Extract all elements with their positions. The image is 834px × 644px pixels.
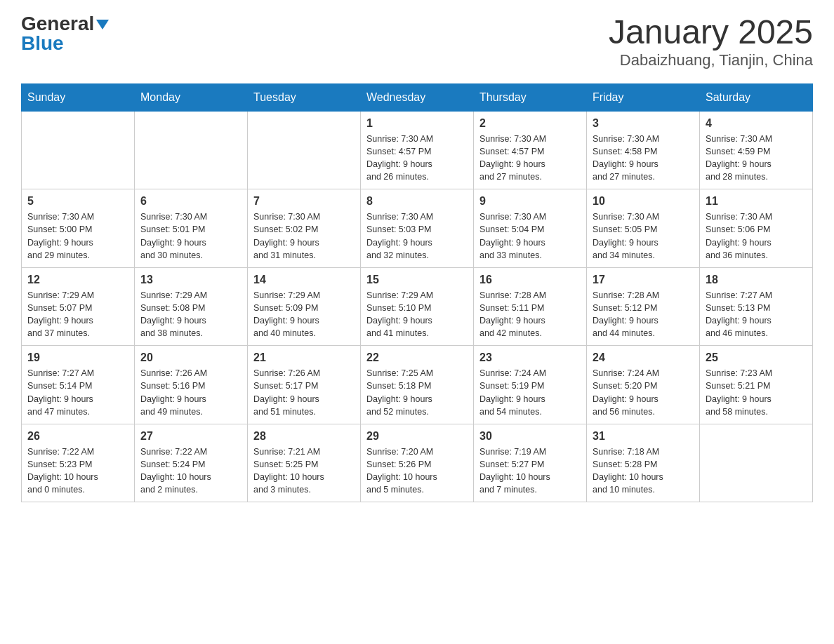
calendar-cell: 28Sunrise: 7:21 AMSunset: 5:25 PMDayligh…	[248, 424, 361, 502]
calendar-cell: 26Sunrise: 7:22 AMSunset: 5:23 PMDayligh…	[22, 424, 135, 502]
calendar-week-row: 1Sunrise: 7:30 AMSunset: 4:57 PMDaylight…	[22, 111, 813, 189]
day-number: 22	[366, 351, 468, 364]
page-subtitle: Dabaizhuang, Tianjin, China	[609, 51, 813, 69]
day-number: 30	[479, 430, 581, 443]
calendar-cell: 4Sunrise: 7:30 AMSunset: 4:59 PMDaylight…	[700, 111, 813, 189]
day-info: Sunrise: 7:26 AMSunset: 5:16 PMDaylight:…	[140, 367, 241, 418]
calendar-cell: 5Sunrise: 7:30 AMSunset: 5:00 PMDaylight…	[22, 189, 135, 268]
page-header: General Blue January 2025 Dabaizhuang, T…	[21, 14, 813, 69]
calendar-cell: 19Sunrise: 7:27 AMSunset: 5:14 PMDayligh…	[22, 346, 135, 424]
calendar-day-header: Monday	[135, 83, 248, 111]
day-info: Sunrise: 7:22 AMSunset: 5:24 PMDaylight:…	[140, 445, 241, 497]
day-info: Sunrise: 7:27 AMSunset: 5:14 PMDaylight:…	[27, 367, 128, 418]
calendar-day-header: Tuesday	[248, 83, 361, 111]
calendar-cell: 7Sunrise: 7:30 AMSunset: 5:02 PMDaylight…	[248, 189, 361, 268]
day-info: Sunrise: 7:24 AMSunset: 5:19 PMDaylight:…	[479, 367, 581, 418]
calendar-cell: 13Sunrise: 7:29 AMSunset: 5:08 PMDayligh…	[135, 267, 248, 346]
day-info: Sunrise: 7:30 AMSunset: 4:57 PMDaylight:…	[479, 133, 581, 184]
calendar-cell: 12Sunrise: 7:29 AMSunset: 5:07 PMDayligh…	[22, 267, 135, 346]
day-number: 29	[366, 430, 468, 443]
day-info: Sunrise: 7:30 AMSunset: 5:02 PMDaylight:…	[253, 210, 355, 262]
day-number: 3	[593, 117, 694, 130]
day-info: Sunrise: 7:26 AMSunset: 5:17 PMDaylight:…	[253, 367, 355, 418]
calendar-cell: 3Sunrise: 7:30 AMSunset: 4:58 PMDaylight…	[587, 111, 700, 189]
day-info: Sunrise: 7:28 AMSunset: 5:12 PMDaylight:…	[593, 289, 694, 340]
calendar-cell: 31Sunrise: 7:18 AMSunset: 5:28 PMDayligh…	[587, 424, 700, 502]
day-number: 16	[479, 274, 581, 286]
calendar-cell: 29Sunrise: 7:20 AMSunset: 5:26 PMDayligh…	[361, 424, 474, 502]
day-info: Sunrise: 7:30 AMSunset: 4:57 PMDaylight:…	[366, 133, 468, 184]
calendar-cell: 2Sunrise: 7:30 AMSunset: 4:57 PMDaylight…	[474, 111, 587, 189]
calendar-cell	[135, 111, 248, 189]
day-number: 25	[706, 351, 807, 364]
day-info: Sunrise: 7:30 AMSunset: 5:04 PMDaylight:…	[479, 210, 581, 262]
svg-marker-0	[96, 20, 109, 29]
day-number: 10	[593, 195, 694, 208]
calendar-cell: 1Sunrise: 7:30 AMSunset: 4:57 PMDaylight…	[361, 111, 474, 189]
day-number: 14	[253, 274, 355, 286]
logo: General Blue	[21, 14, 109, 53]
day-info: Sunrise: 7:28 AMSunset: 5:11 PMDaylight:…	[479, 289, 581, 340]
calendar-day-header: Wednesday	[361, 83, 474, 111]
day-number: 7	[253, 195, 355, 208]
calendar-cell: 14Sunrise: 7:29 AMSunset: 5:09 PMDayligh…	[248, 267, 361, 346]
day-number: 26	[27, 430, 128, 443]
day-number: 21	[253, 351, 355, 364]
calendar-week-row: 5Sunrise: 7:30 AMSunset: 5:00 PMDaylight…	[22, 189, 813, 268]
logo-triangle-icon	[96, 20, 109, 29]
calendar-week-row: 19Sunrise: 7:27 AMSunset: 5:14 PMDayligh…	[22, 346, 813, 424]
day-number: 8	[366, 195, 468, 208]
calendar-cell: 20Sunrise: 7:26 AMSunset: 5:16 PMDayligh…	[135, 346, 248, 424]
day-number: 13	[140, 274, 241, 286]
calendar-cell: 17Sunrise: 7:28 AMSunset: 5:12 PMDayligh…	[587, 267, 700, 346]
day-info: Sunrise: 7:24 AMSunset: 5:20 PMDaylight:…	[593, 367, 694, 418]
calendar-table: SundayMondayTuesdayWednesdayThursdayFrid…	[21, 83, 813, 503]
day-number: 24	[593, 351, 694, 364]
day-info: Sunrise: 7:30 AMSunset: 5:03 PMDaylight:…	[366, 210, 468, 262]
calendar-cell: 10Sunrise: 7:30 AMSunset: 5:05 PMDayligh…	[587, 189, 700, 268]
day-number: 27	[140, 430, 241, 443]
calendar-cell: 8Sunrise: 7:30 AMSunset: 5:03 PMDaylight…	[361, 189, 474, 268]
day-info: Sunrise: 7:25 AMSunset: 5:18 PMDaylight:…	[366, 367, 468, 418]
calendar-header-row: SundayMondayTuesdayWednesdayThursdayFrid…	[22, 83, 813, 111]
day-info: Sunrise: 7:23 AMSunset: 5:21 PMDaylight:…	[706, 367, 807, 418]
day-info: Sunrise: 7:19 AMSunset: 5:27 PMDaylight:…	[479, 445, 581, 497]
calendar-day-header: Saturday	[700, 83, 813, 111]
calendar-cell: 11Sunrise: 7:30 AMSunset: 5:06 PMDayligh…	[700, 189, 813, 268]
calendar-cell: 22Sunrise: 7:25 AMSunset: 5:18 PMDayligh…	[361, 346, 474, 424]
calendar-cell: 18Sunrise: 7:27 AMSunset: 5:13 PMDayligh…	[700, 267, 813, 346]
day-info: Sunrise: 7:29 AMSunset: 5:08 PMDaylight:…	[140, 289, 241, 340]
day-info: Sunrise: 7:30 AMSunset: 4:59 PMDaylight:…	[706, 133, 807, 184]
calendar-cell: 6Sunrise: 7:30 AMSunset: 5:01 PMDaylight…	[135, 189, 248, 268]
day-info: Sunrise: 7:30 AMSunset: 5:06 PMDaylight:…	[706, 210, 807, 262]
calendar-day-header: Friday	[587, 83, 700, 111]
logo-blue-text: Blue	[21, 34, 64, 53]
title-block: January 2025 Dabaizhuang, Tianjin, China	[609, 14, 813, 69]
day-info: Sunrise: 7:30 AMSunset: 5:00 PMDaylight:…	[27, 210, 128, 262]
day-number: 6	[140, 195, 241, 208]
day-info: Sunrise: 7:29 AMSunset: 5:07 PMDaylight:…	[27, 289, 128, 340]
calendar-cell	[700, 424, 813, 502]
day-number: 28	[253, 430, 355, 443]
day-info: Sunrise: 7:20 AMSunset: 5:26 PMDaylight:…	[366, 445, 468, 497]
day-number: 2	[479, 117, 581, 130]
calendar-cell: 9Sunrise: 7:30 AMSunset: 5:04 PMDaylight…	[474, 189, 587, 268]
day-info: Sunrise: 7:30 AMSunset: 5:01 PMDaylight:…	[140, 210, 241, 262]
calendar-day-header: Sunday	[22, 83, 135, 111]
calendar-cell: 24Sunrise: 7:24 AMSunset: 5:20 PMDayligh…	[587, 346, 700, 424]
day-info: Sunrise: 7:29 AMSunset: 5:09 PMDaylight:…	[253, 289, 355, 340]
day-info: Sunrise: 7:27 AMSunset: 5:13 PMDaylight:…	[706, 289, 807, 340]
day-number: 17	[593, 274, 694, 286]
day-number: 9	[479, 195, 581, 208]
calendar-cell: 16Sunrise: 7:28 AMSunset: 5:11 PMDayligh…	[474, 267, 587, 346]
day-info: Sunrise: 7:21 AMSunset: 5:25 PMDaylight:…	[253, 445, 355, 497]
day-number: 4	[706, 117, 807, 130]
day-number: 23	[479, 351, 581, 364]
day-number: 5	[27, 195, 128, 208]
day-number: 12	[27, 274, 128, 286]
calendar-cell	[248, 111, 361, 189]
day-number: 20	[140, 351, 241, 364]
calendar-day-header: Thursday	[474, 83, 587, 111]
calendar-cell: 23Sunrise: 7:24 AMSunset: 5:19 PMDayligh…	[474, 346, 587, 424]
calendar-cell	[22, 111, 135, 189]
